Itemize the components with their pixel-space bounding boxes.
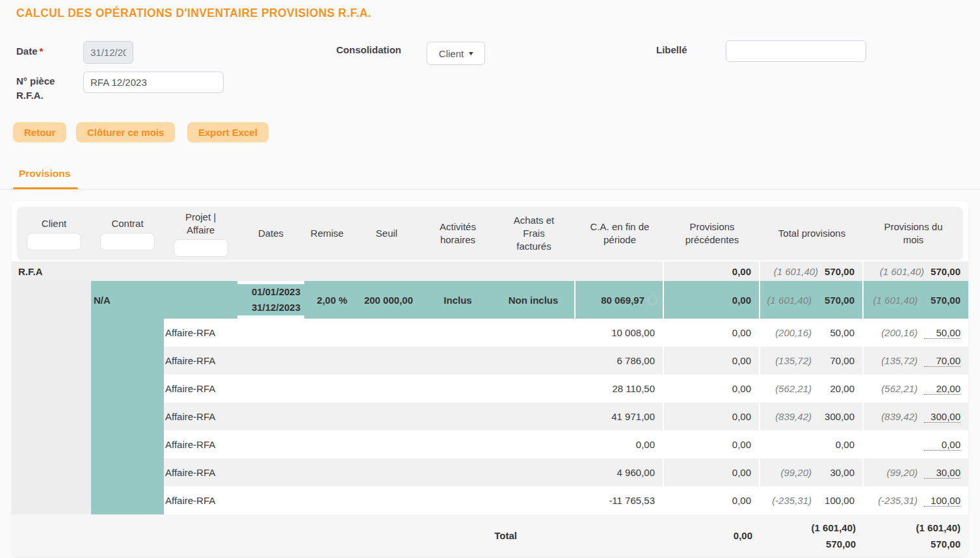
date-label: Date* — [16, 46, 43, 57]
col-header-dates: Dates — [237, 207, 304, 260]
total-total-neg: (1 601,40) — [812, 520, 856, 536]
total-month-cell: (1 601,40) 570,00 — [864, 514, 968, 557]
contract-name: N/A — [91, 281, 164, 319]
total-total-cell: (1 601,40) 570,00 — [760, 514, 864, 557]
col-header-activites: Activités horaires — [423, 207, 492, 260]
group-prev: 0,00 — [664, 261, 760, 281]
contract-row: N/A 01/01/2023 31/12/2023 2,00 % 200 000… — [12, 281, 968, 319]
row-month-cell: (99,20)30,00 — [864, 458, 968, 486]
cloturer-button[interactable]: Clôturer ce mois — [76, 122, 175, 142]
row-month-cell: (839,42)300,00 — [864, 403, 968, 431]
row-prev: 0,00 — [664, 486, 760, 514]
row-ca: 10 008,00 — [576, 319, 664, 347]
contract-month-cell: (1 601,40) 570,00 — [864, 281, 968, 319]
row-month-editable[interactable]: 100,00 — [924, 495, 960, 507]
row-ca: 0,00 — [576, 431, 664, 458]
libelle-label: Libellé — [656, 44, 687, 55]
contract-date-end: 31/12/2023 — [252, 300, 300, 315]
row-prev: 0,00 — [664, 375, 760, 403]
export-excel-button[interactable]: Export Excel — [187, 122, 269, 142]
row-total-cell: (135,72)70,00 — [760, 347, 864, 375]
contract-total-cell: (1 601,40) 570,00 — [760, 281, 864, 319]
chevron-down-icon: ▾ — [469, 49, 473, 57]
row-month-cell: (-235,31)100,00 — [864, 486, 968, 514]
group-total-neg: (1 601,40) — [774, 266, 818, 277]
total-total: 570,00 — [826, 536, 856, 552]
contract-achats: Non inclus — [492, 281, 576, 319]
tab-provisions[interactable]: Provisions — [19, 168, 70, 179]
row-prev: 0,00 — [664, 431, 760, 458]
piece-input[interactable] — [83, 72, 224, 93]
retour-button[interactable]: Retour — [13, 122, 66, 142]
contract-client-cell — [12, 281, 91, 319]
row-month-editable[interactable]: 300,00 — [924, 411, 960, 423]
col-header-mois: Provisions du mois — [864, 207, 963, 260]
row-month-editable[interactable]: 0,00 — [924, 439, 960, 451]
row-month-cell: (562,21)20,00 — [864, 375, 968, 403]
col-header-client: Client — [42, 217, 66, 230]
date-input[interactable] — [83, 41, 133, 64]
contrat-filter-input[interactable] — [100, 233, 155, 250]
table-row: Affaire-RFA -11 765,53 0,00 (-235,31)100… — [12, 486, 968, 514]
row-month-editable[interactable]: 20,00 — [924, 383, 960, 395]
row-month-cell: (200,16)50,00 — [864, 319, 968, 347]
projet-filter-input[interactable] — [174, 239, 228, 257]
row-ca: 6 786,00 — [576, 347, 664, 375]
total-month: 570,00 — [931, 536, 960, 552]
col-header-achats: Achats et Frais facturés — [492, 207, 576, 260]
col-header-seuil: Seuil — [350, 207, 423, 260]
row-month-cell: (135,72)70,00 — [864, 347, 968, 375]
group-total: 570,00 — [825, 266, 854, 277]
contract-ca-cell: 80 069,97 i — [576, 281, 664, 319]
table-row: Affaire-RFA 0,00 0,00 0,00 0,00 — [12, 431, 968, 458]
row-ca: -11 765,53 — [576, 486, 664, 514]
row-project: Affaire-RFA — [164, 375, 237, 403]
libelle-input[interactable] — [726, 40, 866, 62]
row-total-cell: (200,16)50,00 — [760, 319, 864, 347]
required-asterisk: * — [40, 46, 44, 57]
total-row: Total 0,00 (1 601,40) 570,00 (1 601,40) … — [12, 514, 968, 557]
row-total-cell: (99,20)30,00 — [760, 458, 864, 486]
table-header-row: Client Contrat Projet | Affaire Dates Re… — [17, 207, 963, 260]
top-form: CALCUL DES OPÉRATIONS D'INVENTAIRE PROVI… — [0, 0, 980, 200]
table-row: Affaire-RFA 41 971,00 0,00 (839,42)300,0… — [12, 403, 968, 431]
col-header-total: Total provisions — [760, 207, 864, 260]
total-month-neg: (1 601,40) — [916, 520, 960, 536]
group-row-rfa: R.F.A 0,00 (1 601,40) 570,00 (1 601,40) … — [12, 261, 968, 281]
group-name: R.F.A — [12, 261, 576, 281]
contract-activites: Inclus — [423, 281, 492, 319]
provisions-table-card: Client Contrat Projet | Affaire Dates Re… — [12, 202, 968, 557]
table-row: Affaire-RFA 28 110,50 0,00 (562,21)20,00… — [12, 375, 968, 403]
row-project: Affaire-RFA — [164, 347, 237, 375]
row-month-editable[interactable]: 30,00 — [924, 467, 960, 479]
group-month-cell: (1 601,40) 570,00 — [864, 261, 968, 281]
contract-dates: 01/01/2023 31/12/2023 — [237, 284, 304, 315]
row-month-cell: 0,00 — [864, 431, 968, 458]
client-filter-input[interactable] — [27, 233, 81, 250]
group-ca-cell — [576, 261, 664, 281]
table-row: Affaire-RFA 6 786,00 0,00 (135,72)70,00 … — [12, 347, 968, 375]
row-ca: 41 971,00 — [576, 403, 664, 431]
consolidation-select[interactable]: Client ▾ — [427, 42, 485, 65]
total-prev: 0,00 — [664, 514, 760, 557]
info-icon[interactable]: i — [648, 295, 657, 305]
row-total-cell: (-235,31)100,00 — [760, 486, 864, 514]
table-row: Affaire-RFA 10 008,00 0,00 (200,16)50,00… — [12, 319, 968, 347]
group-month: 570,00 — [931, 266, 960, 277]
col-header-prev: Provisions précédentes — [664, 207, 760, 260]
row-project: Affaire-RFA — [164, 458, 237, 486]
contract-ca: 80 069,97 — [601, 295, 644, 306]
row-month-editable[interactable]: 70,00 — [924, 355, 960, 367]
group-total-cell: (1 601,40) 570,00 — [760, 261, 864, 281]
row-project: Affaire-RFA — [164, 403, 237, 431]
contract-total: 570,00 — [818, 295, 854, 306]
tabbar-border — [0, 189, 980, 190]
total-label: Total — [423, 514, 576, 557]
row-prev: 0,00 — [664, 347, 760, 375]
contract-projet-cell — [164, 281, 237, 319]
contract-total-neg: (1 601,40) — [767, 295, 812, 306]
col-header-ca: C.A. en fin de période — [576, 207, 664, 260]
row-prev: 0,00 — [664, 319, 760, 347]
row-month-editable[interactable]: 50,00 — [924, 327, 960, 339]
contract-date-start: 01/01/2023 — [252, 284, 300, 300]
